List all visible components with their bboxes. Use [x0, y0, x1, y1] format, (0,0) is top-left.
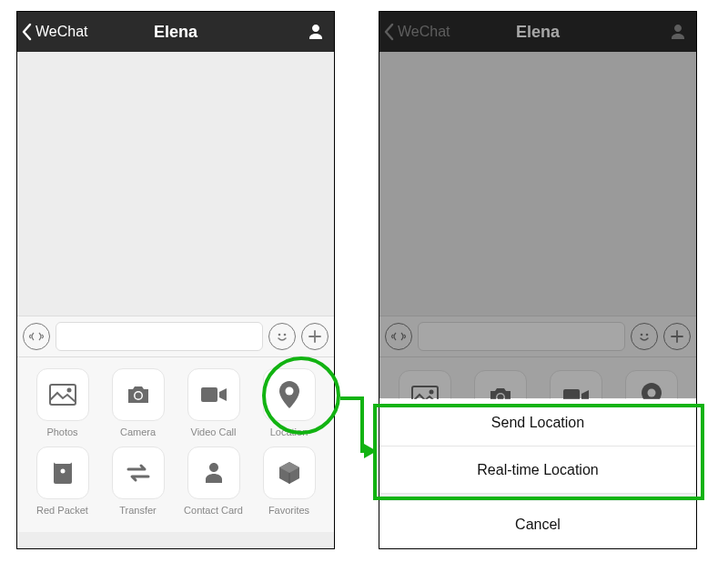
send-location-button[interactable]: Send Location [379, 399, 696, 447]
attachment-camera[interactable]: Camera [106, 368, 171, 437]
svg-point-11 [646, 334, 649, 336]
transfer-icon [125, 462, 152, 484]
chat-title: Elena [154, 23, 197, 42]
smiley-icon [273, 327, 291, 346]
message-input-bar [17, 316, 334, 357]
annotation-arrow-head [364, 444, 377, 458]
attachment-video-call[interactable]: Video Call [181, 368, 247, 437]
attachments-row-2: Red Packet Transfer Contact Card Favorit… [25, 447, 327, 516]
attachments-row-1: Photos Camera Video Call Location [25, 368, 327, 437]
voice-input-button [385, 323, 412, 350]
profile-icon[interactable] [669, 23, 687, 41]
attachment-transfer[interactable]: Transfer [106, 447, 171, 516]
svg-point-17 [647, 389, 655, 397]
chat-header: WeChat Elena [379, 12, 696, 52]
sound-wave-icon [390, 328, 407, 345]
camera-icon [125, 384, 152, 406]
attachment-video-call-label: Video Call [191, 427, 237, 437]
svg-point-7 [285, 387, 293, 396]
chat-title: Elena [516, 23, 560, 42]
message-text-input[interactable] [56, 322, 263, 351]
phone-screenshot-left: WeChat Elena Photos Camera [16, 11, 335, 549]
svg-point-1 [284, 334, 287, 336]
svg-point-13 [429, 390, 433, 395]
attach-plus-button [663, 323, 691, 350]
chat-messages-area [379, 52, 696, 316]
location-pin-icon [279, 381, 299, 408]
plus-icon [308, 329, 322, 344]
attachment-photos-label: Photos [46, 427, 77, 437]
cancel-button[interactable]: Cancel [379, 501, 696, 548]
voice-input-button[interactable] [23, 323, 50, 350]
back-label: WeChat [398, 24, 450, 40]
attachment-location[interactable]: Location [257, 368, 322, 437]
back-button[interactable]: WeChat [21, 23, 88, 41]
attachment-location-label: Location [270, 427, 308, 437]
svg-point-3 [66, 388, 71, 393]
svg-point-9 [60, 469, 65, 474]
red-packet-icon [52, 460, 74, 486]
message-text-input [418, 322, 625, 351]
attachment-red-packet[interactable]: Red Packet [30, 447, 96, 516]
message-input-bar [379, 316, 696, 357]
svg-point-0 [278, 334, 281, 336]
attachment-transfer-label: Transfer [119, 505, 157, 516]
attachment-favorites-label: Favorites [268, 505, 309, 516]
phone-screenshot-right: WeChat Elena Send Location Real-time Loc… [379, 11, 697, 549]
svg-rect-6 [201, 387, 217, 402]
attachments-panel: Photos Camera Video Call Location Red Pa… [17, 357, 334, 532]
chevron-left-icon [21, 23, 32, 41]
attachment-red-packet-label: Red Packet [36, 505, 88, 516]
profile-icon[interactable] [307, 23, 325, 41]
svg-rect-2 [50, 385, 76, 405]
attachment-photos[interactable]: Photos [30, 368, 96, 437]
back-button[interactable]: WeChat [383, 23, 450, 41]
svg-point-10 [641, 334, 643, 336]
attach-plus-button[interactable] [301, 323, 329, 350]
emoji-button[interactable] [268, 323, 296, 350]
svg-point-5 [135, 393, 141, 399]
attachment-contact-card-label: Contact Card [184, 505, 243, 516]
attachment-contact-card[interactable]: Contact Card [181, 447, 247, 516]
photos-icon [49, 384, 76, 406]
location-action-sheet: Send Location Real-time Location Cancel [379, 399, 696, 548]
smiley-icon [635, 327, 653, 346]
back-label: WeChat [35, 24, 88, 40]
attachment-favorites[interactable]: Favorites [257, 447, 322, 516]
sound-wave-icon [28, 328, 45, 345]
emoji-button [631, 323, 658, 350]
chevron-left-icon [383, 23, 394, 41]
plus-icon [670, 329, 684, 344]
real-time-location-button[interactable]: Real-time Location [379, 447, 696, 494]
chat-messages-area[interactable] [17, 52, 334, 316]
favorites-cube-icon [278, 460, 301, 486]
video-call-icon [199, 385, 228, 405]
attachment-camera-label: Camera [120, 427, 156, 437]
contact-card-icon [203, 461, 225, 485]
chat-header: WeChat Elena [17, 12, 334, 52]
